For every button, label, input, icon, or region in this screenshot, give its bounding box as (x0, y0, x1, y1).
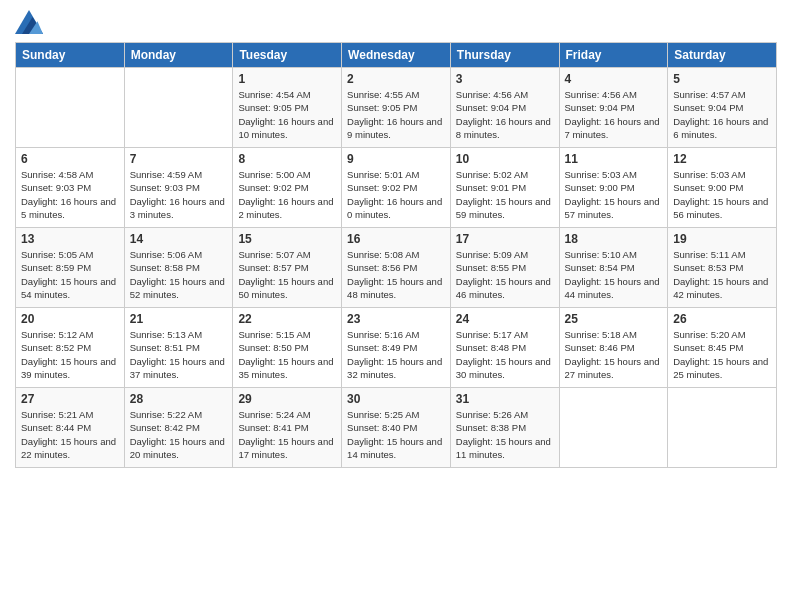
calendar-cell: 4Sunrise: 4:56 AM Sunset: 9:04 PM Daylig… (559, 68, 668, 148)
calendar-cell: 28Sunrise: 5:22 AM Sunset: 8:42 PM Dayli… (124, 388, 233, 468)
calendar-cell: 20Sunrise: 5:12 AM Sunset: 8:52 PM Dayli… (16, 308, 125, 388)
day-info: Sunrise: 5:07 AM Sunset: 8:57 PM Dayligh… (238, 248, 336, 301)
calendar-cell: 14Sunrise: 5:06 AM Sunset: 8:58 PM Dayli… (124, 228, 233, 308)
day-number: 5 (673, 72, 771, 86)
day-number: 12 (673, 152, 771, 166)
day-info: Sunrise: 5:09 AM Sunset: 8:55 PM Dayligh… (456, 248, 554, 301)
calendar-table: SundayMondayTuesdayWednesdayThursdayFrid… (15, 42, 777, 468)
day-number: 25 (565, 312, 663, 326)
day-number: 21 (130, 312, 228, 326)
day-number: 19 (673, 232, 771, 246)
day-info: Sunrise: 5:18 AM Sunset: 8:46 PM Dayligh… (565, 328, 663, 381)
weekday-header-row: SundayMondayTuesdayWednesdayThursdayFrid… (16, 43, 777, 68)
day-number: 31 (456, 392, 554, 406)
calendar-cell (559, 388, 668, 468)
day-number: 1 (238, 72, 336, 86)
day-number: 10 (456, 152, 554, 166)
calendar-cell: 27Sunrise: 5:21 AM Sunset: 8:44 PM Dayli… (16, 388, 125, 468)
calendar-cell (668, 388, 777, 468)
calendar-cell: 19Sunrise: 5:11 AM Sunset: 8:53 PM Dayli… (668, 228, 777, 308)
day-info: Sunrise: 5:21 AM Sunset: 8:44 PM Dayligh… (21, 408, 119, 461)
day-info: Sunrise: 5:03 AM Sunset: 9:00 PM Dayligh… (565, 168, 663, 221)
day-number: 26 (673, 312, 771, 326)
calendar-cell: 26Sunrise: 5:20 AM Sunset: 8:45 PM Dayli… (668, 308, 777, 388)
calendar-cell: 15Sunrise: 5:07 AM Sunset: 8:57 PM Dayli… (233, 228, 342, 308)
day-number: 7 (130, 152, 228, 166)
day-info: Sunrise: 5:02 AM Sunset: 9:01 PM Dayligh… (456, 168, 554, 221)
day-info: Sunrise: 5:00 AM Sunset: 9:02 PM Dayligh… (238, 168, 336, 221)
day-info: Sunrise: 5:16 AM Sunset: 8:49 PM Dayligh… (347, 328, 445, 381)
weekday-header-friday: Friday (559, 43, 668, 68)
day-number: 2 (347, 72, 445, 86)
day-number: 9 (347, 152, 445, 166)
day-info: Sunrise: 5:12 AM Sunset: 8:52 PM Dayligh… (21, 328, 119, 381)
day-number: 17 (456, 232, 554, 246)
weekday-header-monday: Monday (124, 43, 233, 68)
day-number: 28 (130, 392, 228, 406)
calendar-cell: 23Sunrise: 5:16 AM Sunset: 8:49 PM Dayli… (342, 308, 451, 388)
day-info: Sunrise: 4:54 AM Sunset: 9:05 PM Dayligh… (238, 88, 336, 141)
day-info: Sunrise: 5:25 AM Sunset: 8:40 PM Dayligh… (347, 408, 445, 461)
calendar-cell (124, 68, 233, 148)
calendar-cell: 29Sunrise: 5:24 AM Sunset: 8:41 PM Dayli… (233, 388, 342, 468)
day-info: Sunrise: 5:26 AM Sunset: 8:38 PM Dayligh… (456, 408, 554, 461)
day-number: 20 (21, 312, 119, 326)
page-container: SundayMondayTuesdayWednesdayThursdayFrid… (0, 0, 792, 478)
day-info: Sunrise: 5:20 AM Sunset: 8:45 PM Dayligh… (673, 328, 771, 381)
day-info: Sunrise: 4:55 AM Sunset: 9:05 PM Dayligh… (347, 88, 445, 141)
calendar-cell: 17Sunrise: 5:09 AM Sunset: 8:55 PM Dayli… (450, 228, 559, 308)
day-number: 4 (565, 72, 663, 86)
day-number: 23 (347, 312, 445, 326)
day-info: Sunrise: 5:08 AM Sunset: 8:56 PM Dayligh… (347, 248, 445, 301)
day-info: Sunrise: 4:59 AM Sunset: 9:03 PM Dayligh… (130, 168, 228, 221)
day-number: 3 (456, 72, 554, 86)
calendar-week-row: 20Sunrise: 5:12 AM Sunset: 8:52 PM Dayli… (16, 308, 777, 388)
calendar-week-row: 27Sunrise: 5:21 AM Sunset: 8:44 PM Dayli… (16, 388, 777, 468)
day-info: Sunrise: 4:56 AM Sunset: 9:04 PM Dayligh… (456, 88, 554, 141)
calendar-cell: 1Sunrise: 4:54 AM Sunset: 9:05 PM Daylig… (233, 68, 342, 148)
calendar-cell: 25Sunrise: 5:18 AM Sunset: 8:46 PM Dayli… (559, 308, 668, 388)
day-number: 8 (238, 152, 336, 166)
day-number: 15 (238, 232, 336, 246)
day-number: 18 (565, 232, 663, 246)
weekday-header-wednesday: Wednesday (342, 43, 451, 68)
day-info: Sunrise: 4:58 AM Sunset: 9:03 PM Dayligh… (21, 168, 119, 221)
calendar-cell: 9Sunrise: 5:01 AM Sunset: 9:02 PM Daylig… (342, 148, 451, 228)
day-info: Sunrise: 5:13 AM Sunset: 8:51 PM Dayligh… (130, 328, 228, 381)
day-info: Sunrise: 5:06 AM Sunset: 8:58 PM Dayligh… (130, 248, 228, 301)
calendar-cell: 16Sunrise: 5:08 AM Sunset: 8:56 PM Dayli… (342, 228, 451, 308)
calendar-cell: 2Sunrise: 4:55 AM Sunset: 9:05 PM Daylig… (342, 68, 451, 148)
calendar-cell (16, 68, 125, 148)
day-info: Sunrise: 5:01 AM Sunset: 9:02 PM Dayligh… (347, 168, 445, 221)
day-info: Sunrise: 5:03 AM Sunset: 9:00 PM Dayligh… (673, 168, 771, 221)
calendar-cell: 5Sunrise: 4:57 AM Sunset: 9:04 PM Daylig… (668, 68, 777, 148)
calendar-cell: 6Sunrise: 4:58 AM Sunset: 9:03 PM Daylig… (16, 148, 125, 228)
calendar-week-row: 13Sunrise: 5:05 AM Sunset: 8:59 PM Dayli… (16, 228, 777, 308)
calendar-cell: 31Sunrise: 5:26 AM Sunset: 8:38 PM Dayli… (450, 388, 559, 468)
calendar-cell: 3Sunrise: 4:56 AM Sunset: 9:04 PM Daylig… (450, 68, 559, 148)
day-info: Sunrise: 5:11 AM Sunset: 8:53 PM Dayligh… (673, 248, 771, 301)
day-info: Sunrise: 5:24 AM Sunset: 8:41 PM Dayligh… (238, 408, 336, 461)
logo-icon (15, 10, 43, 34)
calendar-cell: 24Sunrise: 5:17 AM Sunset: 8:48 PM Dayli… (450, 308, 559, 388)
calendar-cell: 21Sunrise: 5:13 AM Sunset: 8:51 PM Dayli… (124, 308, 233, 388)
calendar-cell: 10Sunrise: 5:02 AM Sunset: 9:01 PM Dayli… (450, 148, 559, 228)
calendar-cell: 30Sunrise: 5:25 AM Sunset: 8:40 PM Dayli… (342, 388, 451, 468)
weekday-header-tuesday: Tuesday (233, 43, 342, 68)
calendar-cell: 11Sunrise: 5:03 AM Sunset: 9:00 PM Dayli… (559, 148, 668, 228)
calendar-cell: 7Sunrise: 4:59 AM Sunset: 9:03 PM Daylig… (124, 148, 233, 228)
calendar-cell: 12Sunrise: 5:03 AM Sunset: 9:00 PM Dayli… (668, 148, 777, 228)
calendar-week-row: 1Sunrise: 4:54 AM Sunset: 9:05 PM Daylig… (16, 68, 777, 148)
day-info: Sunrise: 5:22 AM Sunset: 8:42 PM Dayligh… (130, 408, 228, 461)
day-number: 30 (347, 392, 445, 406)
calendar-cell: 13Sunrise: 5:05 AM Sunset: 8:59 PM Dayli… (16, 228, 125, 308)
page-header (15, 10, 777, 34)
day-number: 22 (238, 312, 336, 326)
day-number: 29 (238, 392, 336, 406)
day-info: Sunrise: 4:57 AM Sunset: 9:04 PM Dayligh… (673, 88, 771, 141)
day-number: 27 (21, 392, 119, 406)
day-number: 11 (565, 152, 663, 166)
logo (15, 10, 47, 34)
weekday-header-saturday: Saturday (668, 43, 777, 68)
day-info: Sunrise: 5:15 AM Sunset: 8:50 PM Dayligh… (238, 328, 336, 381)
